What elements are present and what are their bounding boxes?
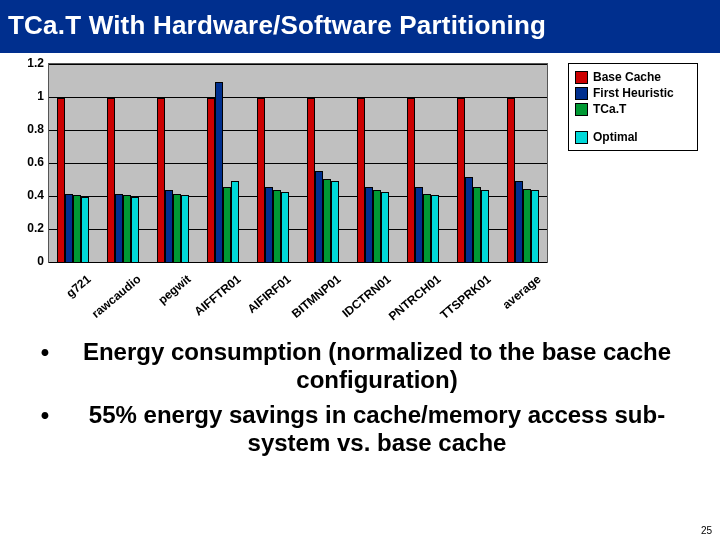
bar xyxy=(57,98,65,263)
bar xyxy=(281,192,289,263)
bar xyxy=(423,194,431,263)
bullet-item: • 55% energy savings in cache/memory acc… xyxy=(28,401,692,458)
bar xyxy=(531,190,539,263)
bar xyxy=(81,197,89,263)
y-tick-label: 1.2 xyxy=(27,56,44,70)
bar xyxy=(73,195,81,263)
bullet-dot: • xyxy=(28,338,62,395)
bullet-dot: • xyxy=(28,401,62,458)
bar xyxy=(415,187,423,263)
legend-item: Base Cache xyxy=(575,70,691,84)
bar-groups xyxy=(48,63,548,263)
bar xyxy=(131,197,139,263)
x-tick-label: AIFFTR01 xyxy=(192,272,244,319)
legend-swatch xyxy=(575,87,588,100)
bar xyxy=(431,195,439,263)
bar xyxy=(481,190,489,263)
bar xyxy=(373,190,381,263)
x-tick-label: TTSPRK01 xyxy=(437,272,493,322)
y-tick-label: 0.8 xyxy=(27,122,44,136)
y-tick-label: 0.6 xyxy=(27,155,44,169)
bar xyxy=(181,195,189,263)
bar xyxy=(323,179,331,263)
legend-label: TCa.T xyxy=(593,102,626,116)
bar xyxy=(265,187,273,263)
y-tick-label: 0.2 xyxy=(27,221,44,235)
bullet-text: Energy consumption (normalized to the ba… xyxy=(62,338,692,395)
legend-swatch xyxy=(575,103,588,116)
bar xyxy=(157,98,165,263)
x-tick-label: pegwit xyxy=(155,272,193,307)
bar xyxy=(273,190,281,263)
bullet-text: 55% energy savings in cache/memory acces… xyxy=(62,401,692,458)
x-axis-labels: g721rawcaudiopegwitAIFFTR01AIFIRF01BITMN… xyxy=(48,267,548,323)
x-tick-label: g721 xyxy=(63,272,93,300)
bullets: • Energy consumption (normalized to the … xyxy=(28,338,692,457)
bar xyxy=(223,187,231,263)
bar xyxy=(507,98,515,263)
bar xyxy=(107,98,115,263)
legend-swatch xyxy=(575,71,588,84)
bar xyxy=(473,187,481,263)
bar xyxy=(215,82,223,264)
x-tick-label: rawcaudio xyxy=(89,272,143,321)
legend-label: Base Cache xyxy=(593,70,661,84)
bullet-item: • Energy consumption (normalized to the … xyxy=(28,338,692,395)
bar xyxy=(465,177,473,263)
content-area: 00.20.40.60.811.2 g721rawcaudiopegwitAIF… xyxy=(0,53,720,457)
legend-item: Optimal xyxy=(575,130,691,144)
x-tick-label: average xyxy=(500,272,544,312)
bar xyxy=(231,181,239,264)
y-tick-label: 0 xyxy=(37,254,44,268)
bar xyxy=(207,98,215,263)
bar xyxy=(381,192,389,263)
bar xyxy=(65,194,73,263)
slide-title: TCa.T With Hardware/Software Partitionin… xyxy=(0,0,720,53)
slide: TCa.T With Hardware/Software Partitionin… xyxy=(0,0,720,540)
legend-item: TCa.T xyxy=(575,102,691,116)
bar xyxy=(457,98,465,263)
bar xyxy=(407,98,415,263)
page-number: 25 xyxy=(701,525,712,536)
bar xyxy=(173,194,181,263)
bar xyxy=(257,98,265,263)
bar xyxy=(115,194,123,263)
legend-item: First Heuristic xyxy=(575,86,691,100)
bar xyxy=(123,195,131,263)
bar xyxy=(315,171,323,263)
x-tick-label: AIFIRF01 xyxy=(245,272,294,316)
legend-label: First Heuristic xyxy=(593,86,674,100)
bar xyxy=(523,189,531,263)
chart: 00.20.40.60.811.2 g721rawcaudiopegwitAIF… xyxy=(8,59,562,324)
x-tick-label: PNTRCH01 xyxy=(386,272,444,323)
chart-wrap: 00.20.40.60.811.2 g721rawcaudiopegwitAIF… xyxy=(8,59,712,324)
y-tick-label: 0.4 xyxy=(27,188,44,202)
bar xyxy=(165,190,173,263)
y-axis-ticks: 00.20.40.60.811.2 xyxy=(8,59,46,267)
bar xyxy=(365,187,373,263)
legend-label: Optimal xyxy=(593,130,638,144)
bar xyxy=(515,181,523,264)
bar xyxy=(307,98,315,263)
bar xyxy=(331,181,339,264)
x-tick-label: BITMNP01 xyxy=(289,272,343,321)
bar xyxy=(357,98,365,263)
legend-swatch xyxy=(575,131,588,144)
legend: Base CacheFirst HeuristicTCa.TOptimal xyxy=(568,63,698,151)
y-tick-label: 1 xyxy=(37,89,44,103)
